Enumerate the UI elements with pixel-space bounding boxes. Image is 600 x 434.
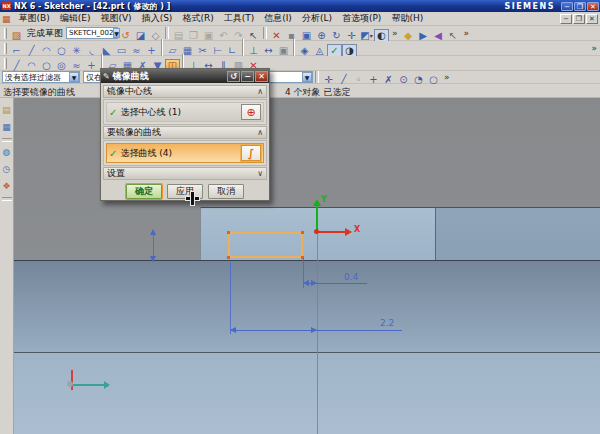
dimension-value-large[interactable]: 2.2 (380, 318, 394, 328)
datum-axis-horizontal[interactable] (72, 384, 104, 386)
menu-item-8[interactable]: 分析(L) (297, 13, 337, 23)
sketch-x-axis[interactable] (317, 231, 345, 233)
toolbar-overflow-icon[interactable]: » (441, 72, 453, 82)
separator (315, 71, 319, 83)
curve-icon: ∫ (248, 147, 255, 160)
toolbar-grip[interactable] (4, 43, 7, 54)
dimension-value-small[interactable]: 0.4 (344, 272, 358, 282)
x-axis-arrowhead-icon (345, 228, 352, 236)
cue-line: 选择要镜像的曲线 4 个对象 已选定 (0, 84, 600, 98)
dialog-drag-icon[interactable]: ✎ (103, 72, 110, 81)
dialog-minimize-button[interactable]: − (241, 71, 254, 82)
dialog-buttons: 确定 应用 取消 (103, 181, 267, 199)
title-bar: NX NX 6 - Sketcher - [42.prt ( 修改的 ) ] S… (0, 0, 600, 12)
sketch-name-combo[interactable]: SKETCH_002 ▼ (66, 27, 118, 39)
dialog-title-bar[interactable]: ✎ 镜像曲线 ↺ − ✕ (101, 69, 269, 83)
separator (2, 138, 12, 142)
vertex-point[interactable] (227, 231, 230, 234)
select-centerline-label: 选择中心线 (1) (120, 106, 181, 119)
x-axis-label: X (354, 225, 360, 234)
select-curve-row[interactable]: ✓ 选择曲线 (4) ∫ (106, 143, 264, 163)
section-mirror-centerline[interactable]: 镜像中心线 ∧ (103, 85, 267, 98)
ok-button[interactable]: 确定 (126, 184, 162, 199)
centerline-button[interactable]: ⊕ (241, 104, 261, 120)
toolbar-overflow-icon[interactable]: » (588, 43, 600, 53)
selection-filter-value: 没有选择过滤器 (5, 72, 61, 83)
combo-dropdown-icon[interactable]: ▼ (69, 72, 79, 82)
mirror-centerline[interactable] (317, 202, 318, 434)
y-axis-arrowhead-icon (313, 199, 321, 206)
collapse-chevron-icon[interactable]: ∧ (257, 128, 263, 137)
cancel-button[interactable]: 取消 (208, 184, 244, 199)
mirror-curve-dialog: ✎ 镜像曲线 ↺ − ✕ 镜像中心线 ∧ ✓ 选择中心线 (1) ⊕ (100, 68, 270, 201)
mdi-window-buttons: − ❐ ✕ (559, 14, 598, 24)
dropdown-arrow-icon[interactable]: ▾ (370, 30, 373, 42)
menu-item-7[interactable]: 信息(I) (259, 13, 297, 23)
section-curves-to-mirror[interactable]: 要镜像的曲线 ∧ (103, 126, 267, 139)
mdi-restore-button[interactable]: ❐ (573, 14, 585, 24)
dim-extension-line (230, 262, 231, 334)
check-icon: ✓ (109, 107, 117, 118)
section-label: 镜像中心线 (107, 85, 152, 98)
menu-item-4[interactable]: 插入(S) (137, 13, 178, 23)
separator (2, 197, 12, 201)
dim-arrow-icon (311, 280, 317, 286)
nx-application-window: NX NX 6 - Sketcher - [42.prt ( 修改的 ) ] S… (0, 0, 600, 434)
toolbar-overflow-icon[interactable]: » (461, 28, 473, 38)
part-face-top-shaded[interactable] (435, 207, 600, 260)
sketch-origin-point[interactable] (314, 229, 319, 234)
selected-sketch-rectangle[interactable] (228, 232, 303, 258)
part-navigator-icon[interactable]: ▦ (1, 119, 13, 134)
mdi-close-button[interactable]: ✕ (586, 14, 598, 24)
section-settings[interactable]: 设置 ∨ (103, 167, 267, 180)
siemens-logo: SIEMENS (504, 2, 555, 11)
section-label: 设置 (107, 167, 125, 180)
select-curve-label: 选择曲线 (4) (120, 147, 172, 160)
vertex-point[interactable] (227, 256, 230, 259)
expand-chevron-icon[interactable]: ∨ (257, 169, 263, 178)
curve-select-button[interactable]: ∫ (241, 145, 261, 161)
menu-item-6[interactable]: 工具(T) (219, 13, 260, 23)
vertex-point[interactable] (301, 231, 304, 234)
resource-bar: ▤▦◍◷❖ (0, 98, 14, 434)
menu-item-3[interactable]: 视图(V) (95, 13, 136, 23)
minimize-button[interactable]: − (561, 2, 573, 11)
separator (293, 39, 295, 58)
toolbar-grip[interactable] (4, 28, 7, 39)
assembly-navigator-icon[interactable]: ▤ (1, 102, 13, 117)
menu-item-5[interactable]: 格式(R) (177, 13, 218, 23)
dim-arrow-icon (150, 229, 156, 235)
menu-item-1[interactable]: 草图(B) (14, 13, 55, 23)
menu-item-10[interactable]: 帮助(H) (386, 13, 428, 23)
selection-bar: 没有选择过滤器 ▼ 仅在活动草图内 ▼ ✛╱◦+✗⊙◔○ » (0, 71, 600, 84)
move-cursor-icon (186, 192, 199, 205)
menu-item-2[interactable]: 编辑(E) (55, 13, 96, 23)
datum-axis-arrowhead-icon (104, 381, 110, 389)
toolbar-grip[interactable] (4, 58, 7, 69)
part-face-front[interactable] (14, 260, 600, 352)
restore-button[interactable]: ❐ (574, 2, 586, 11)
dim-arrow-icon (230, 327, 236, 333)
y-axis-label: Y (321, 195, 327, 204)
part-face-lower[interactable] (14, 352, 600, 434)
dim-arrow-icon (311, 327, 317, 333)
dialog-close-button[interactable]: ✕ (255, 71, 268, 82)
datum-axis-vertical[interactable] (71, 370, 73, 390)
nx-app-icon: NX (2, 2, 11, 10)
sketch-y-axis[interactable] (316, 205, 318, 232)
toolbar-overflow-icon[interactable]: » (389, 28, 401, 38)
web-browser-icon[interactable]: ◍ (1, 144, 13, 159)
mdi-minimize-button[interactable]: − (560, 14, 572, 24)
selection-filter-combo[interactable]: 没有选择过滤器 ▼ (2, 71, 80, 83)
dialog-title: 镜像曲线 (113, 70, 227, 83)
close-button[interactable]: ✕ (587, 2, 599, 11)
combo-dropdown-icon[interactable]: ▼ (302, 72, 312, 82)
collapse-chevron-icon[interactable]: ∧ (257, 87, 263, 96)
select-centerline-row[interactable]: ✓ 选择中心线 (1) ⊕ (106, 102, 264, 122)
dim-arrow-icon (150, 256, 156, 262)
roles-icon[interactable]: ❖ (1, 178, 13, 193)
document-icon: ▦ (2, 14, 11, 24)
menu-item-9[interactable]: 首选项(P) (337, 13, 386, 23)
dialog-reset-button[interactable]: ↺ (227, 71, 240, 82)
history-icon[interactable]: ◷ (1, 161, 13, 176)
